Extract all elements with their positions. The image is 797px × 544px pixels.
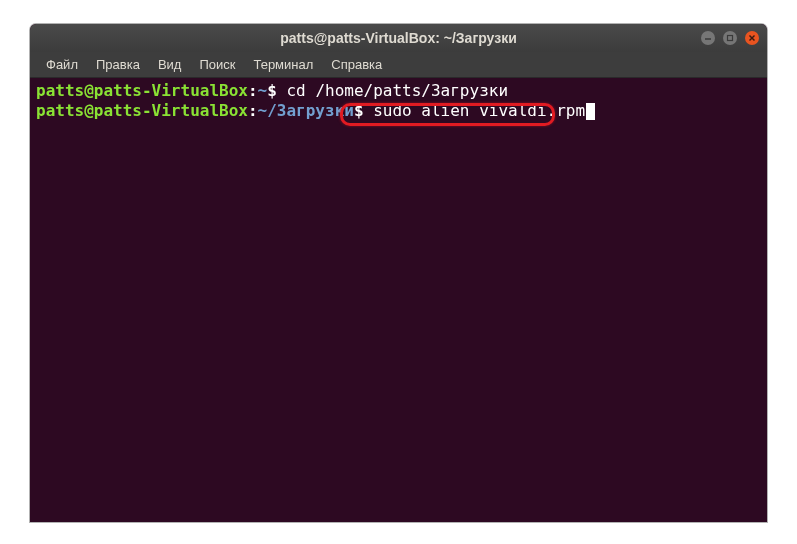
menubar: Файл Правка Вид Поиск Терминал Справка xyxy=(30,52,767,78)
minimize-button[interactable] xyxy=(701,31,715,45)
menu-terminal[interactable]: Терминал xyxy=(245,54,321,75)
command-text: cd /home/patts/Загрузки xyxy=(277,81,508,100)
terminal-line: patts@patts-VirtualBox:~$ cd /home/patts… xyxy=(36,81,761,101)
prompt-path: ~ xyxy=(258,81,268,100)
window-titlebar[interactable]: patts@patts-VirtualBox: ~/Загрузки xyxy=(30,24,767,52)
window-controls xyxy=(701,31,759,45)
menu-file[interactable]: Файл xyxy=(38,54,86,75)
menu-help[interactable]: Справка xyxy=(323,54,390,75)
menu-edit[interactable]: Правка xyxy=(88,54,148,75)
prompt-user: patts@patts-VirtualBox xyxy=(36,101,248,120)
menu-view[interactable]: Вид xyxy=(150,54,190,75)
command-text: sudo alien vivaldi.rpm xyxy=(364,101,586,120)
prompt-colon: : xyxy=(248,81,258,100)
prompt-dollar: $ xyxy=(354,101,364,120)
prompt-user: patts@patts-VirtualBox xyxy=(36,81,248,100)
terminal-body[interactable]: patts@patts-VirtualBox:~$ cd /home/patts… xyxy=(30,78,767,124)
terminal-line: patts@patts-VirtualBox:~/Загрузки$ sudo … xyxy=(36,101,761,121)
window-title: patts@patts-VirtualBox: ~/Загрузки xyxy=(280,30,517,46)
cursor-icon xyxy=(586,103,595,120)
prompt-path: ~/Загрузки xyxy=(258,101,354,120)
prompt-dollar: $ xyxy=(267,81,277,100)
maximize-button[interactable] xyxy=(723,31,737,45)
menu-search[interactable]: Поиск xyxy=(191,54,243,75)
prompt-colon: : xyxy=(248,101,258,120)
close-button[interactable] xyxy=(745,31,759,45)
terminal-window: patts@patts-VirtualBox: ~/Загрузки Файл … xyxy=(30,24,767,522)
svg-rect-1 xyxy=(728,36,733,41)
